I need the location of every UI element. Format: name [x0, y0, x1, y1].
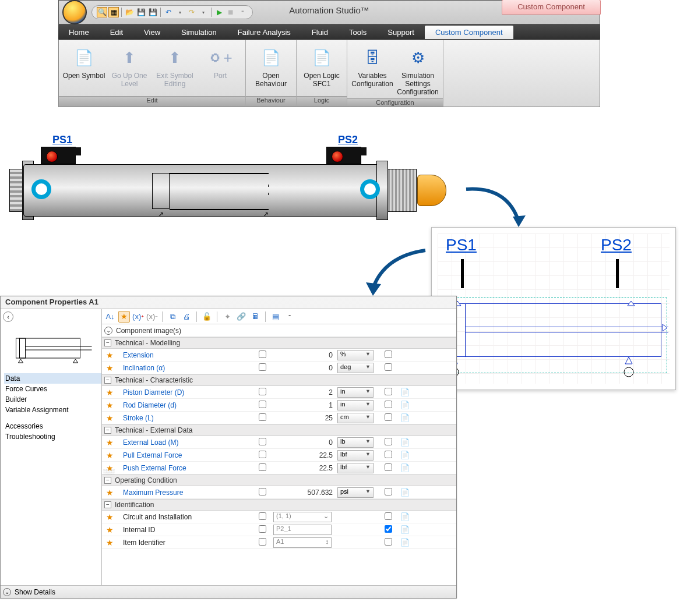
- context-tab[interactable]: Custom Component: [502, 0, 601, 15]
- checkbox[interactable]: [251, 451, 273, 460]
- checkbox-2[interactable]: [378, 525, 398, 534]
- checkbox[interactable]: [251, 512, 273, 522]
- fx-plus-icon[interactable]: (x)+: [132, 311, 144, 323]
- property-value[interactable]: 507.632: [273, 488, 337, 497]
- unit-dropdown[interactable]: in: [337, 387, 374, 398]
- menu-failure-analysis[interactable]: Failure Analysis: [227, 26, 301, 39]
- menu-home[interactable]: Home: [58, 26, 100, 39]
- section-technical-modelling[interactable]: −Technical - Modelling: [102, 337, 456, 349]
- property-label[interactable]: Pull External Force: [117, 451, 251, 459]
- id-input[interactable]: (1, 1) ⌄: [273, 512, 332, 522]
- section-technical-characteristic[interactable]: −Technical - Characteristic: [102, 374, 456, 386]
- row-action-icon[interactable]: 📄: [398, 488, 412, 497]
- row-action-icon[interactable]: 📄: [398, 388, 412, 396]
- id-input[interactable]: P2_1: [273, 525, 332, 535]
- property-value[interactable]: 0: [273, 351, 337, 359]
- checkbox-2[interactable]: [378, 351, 398, 360]
- property-label[interactable]: Maximum Pressure: [117, 488, 251, 497]
- properties-footer[interactable]: ⌄ Show Details: [1, 585, 456, 598]
- property-label[interactable]: Rod Diameter (d): [117, 401, 251, 409]
- checkbox[interactable]: [251, 363, 273, 373]
- unit-dropdown[interactable]: in: [337, 400, 374, 410]
- star-icon[interactable]: ★: [102, 351, 117, 360]
- property-value[interactable]: 0: [273, 364, 337, 372]
- tag-icon[interactable]: ⌖: [221, 311, 233, 323]
- section-operating-condition[interactable]: −Operating Condition: [102, 475, 456, 486]
- qat-btn-2[interactable]: ▦: [108, 7, 119, 17]
- checkbox-2[interactable]: [378, 488, 398, 497]
- row-action-icon[interactable]: 📄: [398, 438, 412, 447]
- checkbox-2[interactable]: [378, 401, 398, 410]
- property-value[interactable]: 25: [273, 414, 337, 422]
- property-label[interactable]: External Load (M): [117, 438, 251, 447]
- unit-dropdown[interactable]: deg: [337, 363, 374, 373]
- print-icon[interactable]: 🖨: [181, 311, 192, 323]
- menu-tools[interactable]: Tools: [339, 26, 377, 39]
- symbol-canvas[interactable]: PS1 PS2: [438, 233, 670, 384]
- star-icon[interactable]: ★: [102, 451, 117, 460]
- property-value[interactable]: 2: [273, 388, 337, 396]
- star-icon[interactable]: ★: [102, 538, 117, 547]
- id-input[interactable]: A1↕: [273, 537, 332, 548]
- menu-edit[interactable]: Edit: [100, 26, 133, 39]
- row-action-icon[interactable]: 📄: [398, 538, 412, 547]
- menu-simulation[interactable]: Simulation: [171, 26, 227, 39]
- copy-icon[interactable]: ⧉: [167, 311, 178, 323]
- open-behaviour-button[interactable]: 📄Open Behaviour: [248, 44, 294, 90]
- nav-force-curves[interactable]: Force Curves: [4, 384, 101, 394]
- lock-icon[interactable]: 🔓: [201, 311, 213, 323]
- row-action-icon[interactable]: 📄: [398, 413, 412, 422]
- row-action-icon[interactable]: 📄: [398, 463, 412, 472]
- section-identification[interactable]: −Identification: [102, 499, 456, 511]
- checkbox-2[interactable]: [378, 512, 398, 522]
- star-icon[interactable]: ★: [102, 488, 117, 497]
- checkbox[interactable]: [251, 401, 273, 410]
- property-value[interactable]: 22.5: [273, 464, 337, 472]
- nav-variable-assignment[interactable]: Variable Assignment: [4, 405, 101, 415]
- checkbox[interactable]: [251, 438, 273, 447]
- unit-dropdown[interactable]: lbf: [337, 450, 374, 461]
- layout-icon[interactable]: ▤: [270, 311, 281, 323]
- star-icon[interactable]: ★: [102, 512, 117, 522]
- nav-data[interactable]: Data: [4, 373, 101, 384]
- menu-custom-component[interactable]: Custom Component: [425, 26, 513, 39]
- unit-dropdown[interactable]: psi: [337, 487, 374, 498]
- checkbox-2[interactable]: [378, 388, 398, 397]
- row-action-icon[interactable]: 📄: [398, 401, 412, 409]
- checkbox-2[interactable]: [378, 363, 398, 373]
- star-icon[interactable]: ★: [102, 363, 117, 373]
- property-value[interactable]: 22.5: [273, 451, 337, 459]
- nav-builder[interactable]: Builder: [4, 394, 101, 405]
- unit-dropdown[interactable]: cm: [337, 413, 374, 423]
- vars-config-button[interactable]: 🗄Variables Configuration: [350, 44, 395, 90]
- qat-undo-icon[interactable]: ↶: [163, 7, 174, 17]
- property-label[interactable]: Extension: [117, 351, 251, 359]
- property-value[interactable]: 1: [273, 401, 337, 409]
- calc-icon[interactable]: 🖩: [249, 311, 261, 323]
- checkbox[interactable]: [251, 525, 273, 534]
- menu-support[interactable]: Support: [377, 26, 425, 39]
- qat-more-icon[interactable]: ⁼: [237, 7, 248, 17]
- property-label[interactable]: Stroke (L): [117, 414, 251, 422]
- checkbox-2[interactable]: [378, 463, 398, 473]
- checkbox-2[interactable]: [378, 438, 398, 447]
- nav-accessories[interactable]: Accessories: [4, 421, 101, 431]
- star-icon[interactable]: ★: [102, 388, 117, 397]
- row-action-icon[interactable]: 📄: [398, 525, 412, 534]
- menu-view[interactable]: View: [133, 26, 171, 39]
- fx-minus-icon[interactable]: (x)−: [146, 311, 158, 323]
- qat-stop-icon[interactable]: ⏹: [226, 7, 236, 17]
- checkbox[interactable]: [251, 413, 273, 423]
- checkbox[interactable]: [251, 463, 273, 473]
- collapse-nav-icon[interactable]: ‹: [3, 311, 13, 322]
- star-icon[interactable]: ★: [102, 401, 117, 410]
- qat-undo-dd[interactable]: ▾: [175, 7, 185, 17]
- checkbox[interactable]: [251, 538, 273, 547]
- app-orb-icon[interactable]: [62, 0, 87, 24]
- property-label[interactable]: Inclination (α): [117, 364, 251, 372]
- qat-btn-1[interactable]: 🔍: [97, 7, 107, 17]
- checkbox[interactable]: [251, 488, 273, 497]
- open-symbol-button[interactable]: 📄Open Symbol: [61, 44, 107, 82]
- section-technical-external-data[interactable]: −Technical - External Data: [102, 424, 456, 436]
- checkbox-2[interactable]: [378, 451, 398, 460]
